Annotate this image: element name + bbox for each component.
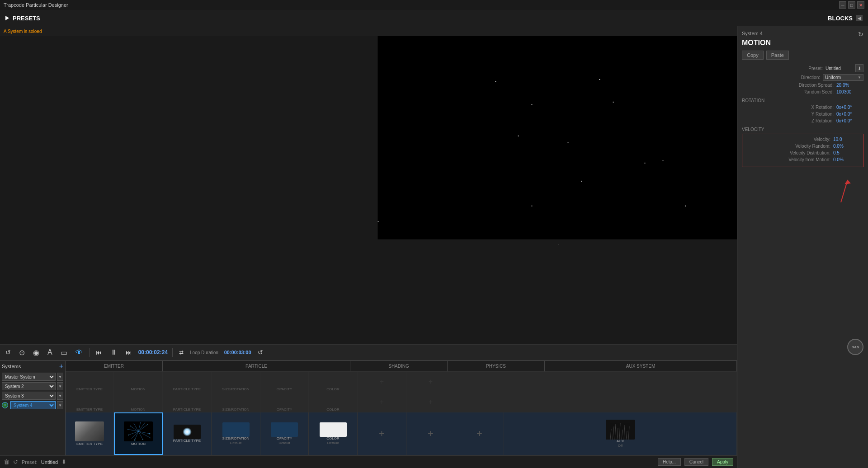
track2-particle-type[interactable]: PARTICLE TYPE	[163, 392, 212, 412]
system2-arrow[interactable]: ▼	[57, 382, 63, 390]
track3-emitter-type[interactable]: EMITTER TYPE	[66, 412, 114, 455]
velocity-from-motion-value[interactable]: 0.0%	[833, 157, 860, 162]
track1-particle-type[interactable]: PARTICLE TYPE	[163, 372, 212, 392]
system3-arrow[interactable]: ▼	[57, 392, 63, 400]
paste-button[interactable]: Paste	[766, 51, 789, 60]
system4-arrow[interactable]: ▼	[57, 401, 63, 409]
loop-reset-btn[interactable]: ↺	[256, 348, 265, 357]
direction-spread-value[interactable]: 20.0%	[836, 83, 863, 88]
svg-point-17	[134, 439, 136, 440]
trash-button[interactable]: 🗑	[4, 459, 9, 465]
minimize-button[interactable]: ─	[839, 1, 846, 9]
track1-opacity[interactable]: OPACITY	[260, 372, 309, 392]
copy-button[interactable]: Copy	[742, 51, 764, 60]
system-item-master: Master System ▼	[2, 373, 63, 381]
help-button[interactable]: Help...	[658, 458, 681, 466]
random-seed-value[interactable]: 100300	[836, 89, 863, 94]
x-rotation-row: X Rotation: 0x+0.0°	[742, 105, 863, 110]
add-system-button[interactable]: +	[59, 363, 63, 370]
close-button[interactable]: ✕	[857, 1, 864, 9]
svg-line-3	[128, 431, 138, 435]
track1-color[interactable]: COLOR	[309, 372, 358, 392]
system3-select[interactable]: System 3	[2, 392, 56, 400]
track3-color[interactable]: COLOR Default	[309, 412, 358, 455]
direction-spread-row: Direction Spread: 20.0%	[742, 83, 863, 88]
y-rotation-label: Y Rotation:	[775, 112, 834, 117]
velocity-distribution-value[interactable]: 0.5	[833, 150, 860, 155]
maximize-button[interactable]: □	[848, 1, 855, 9]
opacity-default: Default	[278, 441, 290, 445]
direction-dropdown[interactable]: Uniform ▼	[823, 74, 863, 81]
undo-button[interactable]: ↺	[13, 459, 18, 465]
track1-aux[interactable]	[455, 372, 737, 392]
panel-section-title: MOTION	[742, 39, 863, 47]
titlebar: Trapcode Particular Designer ─ □ ✕	[0, 0, 868, 10]
track3-shading-plus[interactable]: +	[358, 412, 406, 455]
timecode-display: 00:00:02:24	[138, 349, 168, 356]
status-message: A System is soloed	[4, 29, 42, 34]
loop-icon[interactable]: ⇄	[177, 348, 185, 356]
rotation-section-header: Rotation	[742, 98, 863, 103]
velocity-box: Velocity: 10.0 Velocity Random: 0.0% Vel…	[742, 134, 863, 167]
track2-physics-plus[interactable]: +	[406, 392, 455, 412]
track2-emitter-type[interactable]: EMITTER TYPE	[66, 392, 114, 412]
velocity-value[interactable]: 10.0	[833, 137, 860, 142]
apply-button[interactable]: Apply	[712, 458, 733, 466]
track3-physics-plus[interactable]: +	[406, 412, 455, 455]
track2-aux[interactable]	[455, 392, 737, 412]
track3-opacity[interactable]: OPACITY Default	[260, 412, 309, 455]
topbar: PRESETS BLOCKS ◀	[0, 10, 868, 26]
track3-particle-type[interactable]: PARTICLE TYPE	[163, 412, 212, 455]
track3-aux-plus[interactable]: +	[455, 412, 504, 455]
master-system-arrow[interactable]: ▼	[57, 373, 63, 381]
master-system-select[interactable]: Master System	[2, 373, 56, 381]
x-rotation-label: X Rotation:	[775, 105, 834, 110]
track3-size[interactable]: SIZE/ROTATION Default	[212, 412, 260, 455]
save-button-bottom[interactable]: ⬇	[61, 459, 66, 465]
track1-emitter-type[interactable]: EMITTER TYPE	[66, 372, 114, 392]
cancel-button[interactable]: Cancel	[684, 458, 708, 466]
track2-color[interactable]: COLOR	[309, 392, 358, 412]
system4-select[interactable]: System 4	[10, 401, 56, 409]
presets-section[interactable]: PRESETS	[5, 15, 40, 22]
emitter-type-label: EMITTER TYPE	[76, 442, 103, 446]
track2-motion[interactable]: MOTION	[114, 392, 163, 412]
panel-system-label: System 4	[742, 31, 763, 36]
systems-header: Systems +	[2, 363, 63, 370]
preset-label-panel: Preset:	[764, 66, 823, 71]
undo-transport-btn[interactable]: ↺	[4, 348, 13, 357]
direction-spread-label: Direction Spread:	[775, 83, 834, 88]
track2-opacity[interactable]: OPACITY	[260, 392, 309, 412]
svg-marker-29	[844, 180, 851, 184]
preset-value-panel: Untitled	[826, 66, 853, 71]
velocity-random-row: Velocity Random: 0.0%	[745, 144, 860, 149]
refresh-button[interactable]: ↻	[858, 31, 863, 38]
screen-btn[interactable]: ▭	[59, 347, 69, 358]
system2-select[interactable]: System 2	[2, 382, 56, 390]
text-btn[interactable]: A	[46, 347, 54, 357]
track2-shading-plus[interactable]: +	[358, 392, 406, 412]
system4-solo-icon[interactable]: ⊙	[2, 402, 8, 408]
track3-motion[interactable]: MOTION	[114, 412, 163, 455]
z-rotation-value[interactable]: 0x+0.0°	[836, 118, 863, 123]
preset-save-icon[interactable]: ⬇	[855, 64, 863, 72]
play-pause-btn[interactable]: ⏸	[108, 347, 119, 357]
titlebar-controls: ─ □ ✕	[839, 1, 864, 9]
track1-size[interactable]: SIZE/ROTATION	[212, 372, 260, 392]
track2-size[interactable]: SIZE/ROTATION	[212, 392, 260, 412]
eye-btn[interactable]: 👁	[74, 347, 85, 357]
broadcast-btn[interactable]: ◉	[31, 347, 41, 358]
track1-motion[interactable]: MOTION	[114, 372, 163, 392]
presets-arrow-icon	[5, 16, 9, 20]
blocks-section[interactable]: BLOCKS ◀	[828, 15, 863, 22]
y-rotation-value[interactable]: 0x+0.0°	[836, 112, 863, 117]
track3-aux-system[interactable]: AUX Off	[504, 412, 737, 455]
track1-shading-plus[interactable]: +	[358, 372, 406, 392]
skip-forward-btn[interactable]: ⏭	[124, 348, 134, 357]
track1-physics-plus[interactable]: +	[406, 372, 455, 392]
svg-point-14	[149, 433, 151, 434]
x-rotation-value[interactable]: 0x+0.0°	[836, 105, 863, 110]
record-btn[interactable]: ⊙	[17, 347, 27, 358]
velocity-random-value[interactable]: 0.0%	[833, 144, 860, 149]
skip-back-btn[interactable]: ⏮	[94, 348, 104, 357]
